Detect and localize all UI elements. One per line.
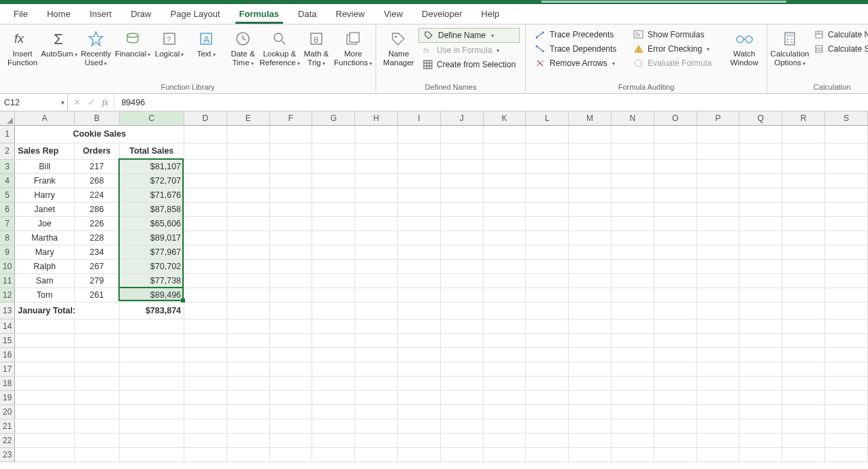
cell-A10[interactable]: Ralph [15, 259, 75, 273]
cell-L14[interactable] [526, 319, 569, 333]
cell-K14[interactable] [483, 319, 526, 333]
menu-tab-view[interactable]: View [374, 5, 412, 23]
cell-F14[interactable] [269, 319, 312, 333]
cell-G17[interactable] [312, 362, 355, 376]
cell-S8[interactable] [824, 230, 867, 245]
cell-M4[interactable] [569, 173, 612, 188]
cell-I3[interactable] [398, 159, 441, 173]
cell-F17[interactable] [269, 362, 312, 376]
cell-D15[interactable] [184, 333, 227, 347]
cell-M13[interactable] [569, 302, 612, 319]
cell-M21[interactable] [569, 419, 612, 433]
cell-P18[interactable] [697, 376, 739, 390]
cell-I18[interactable] [398, 376, 441, 390]
cell-A13[interactable]: January Total: [15, 302, 119, 319]
cell-D8[interactable] [184, 230, 227, 245]
cell-S4[interactable] [824, 173, 867, 188]
cell-J23[interactable] [440, 447, 483, 462]
cell-P19[interactable] [697, 390, 739, 404]
menu-tab-insert[interactable]: Insert [80, 5, 122, 23]
cell-D11[interactable] [184, 273, 227, 288]
calculate-now-button[interactable]: Calculate Now [809, 28, 868, 41]
cell-P10[interactable] [697, 259, 739, 273]
cell-R4[interactable] [782, 173, 825, 188]
cell-S17[interactable] [824, 362, 867, 376]
cell-R2[interactable] [782, 143, 825, 159]
cell-R14[interactable] [782, 319, 825, 333]
cell-D17[interactable] [184, 362, 227, 376]
cell-R1[interactable] [782, 125, 825, 143]
cell-S9[interactable] [824, 245, 867, 259]
cell-K18[interactable] [483, 376, 526, 390]
cell-A1[interactable]: Cookie Sales [15, 125, 184, 143]
cell-E20[interactable] [227, 404, 269, 419]
cell-E2[interactable] [227, 143, 269, 159]
col-header-R[interactable]: R [782, 111, 825, 125]
cell-B6[interactable]: 286 [74, 202, 119, 216]
cell-I9[interactable] [398, 245, 441, 259]
cell-K4[interactable] [483, 173, 526, 188]
col-header-P[interactable]: P [697, 111, 739, 125]
cell-F16[interactable] [269, 347, 312, 362]
cell-S18[interactable] [824, 376, 867, 390]
use-in-formula-button[interactable]: fx Use in Formula ▾ [418, 44, 520, 57]
cell-A11[interactable]: Sam [15, 273, 75, 288]
cell-G6[interactable] [312, 202, 355, 216]
cell-A9[interactable]: Mary [15, 245, 75, 259]
cell-B15[interactable] [74, 333, 119, 347]
cell-M16[interactable] [569, 347, 612, 362]
cell-N17[interactable] [611, 362, 654, 376]
cell-E4[interactable] [227, 173, 269, 188]
cell-A20[interactable] [15, 404, 75, 419]
cell-H4[interactable] [355, 173, 398, 188]
col-header-A[interactable]: A [15, 111, 75, 125]
col-header-O[interactable]: O [654, 111, 697, 125]
cell-R9[interactable] [782, 245, 825, 259]
row-header-3[interactable]: 3 [0, 159, 15, 173]
cell-E10[interactable] [227, 259, 269, 273]
cell-F20[interactable] [269, 404, 312, 419]
cell-L11[interactable] [526, 273, 569, 288]
col-header-H[interactable]: H [355, 111, 398, 125]
col-header-I[interactable]: I [398, 111, 441, 125]
cell-O8[interactable] [654, 230, 697, 245]
cell-R20[interactable] [782, 404, 825, 419]
cell-P4[interactable] [697, 173, 739, 188]
menu-tab-file[interactable]: File [4, 5, 37, 23]
cell-G20[interactable] [312, 404, 355, 419]
cell-S12[interactable] [824, 288, 867, 302]
cell-Q23[interactable] [739, 447, 782, 462]
cell-S13[interactable] [824, 302, 867, 319]
cell-M11[interactable] [569, 273, 612, 288]
cell-A22[interactable] [15, 433, 75, 447]
cell-I7[interactable] [398, 216, 441, 230]
cell-M6[interactable] [569, 202, 612, 216]
chevron-down-icon[interactable]: ▾ [61, 99, 65, 106]
cell-I15[interactable] [398, 333, 441, 347]
cell-Q13[interactable] [739, 302, 782, 319]
cell-C5[interactable]: $71,676 [119, 188, 184, 202]
cell-R17[interactable] [782, 362, 825, 376]
cell-O12[interactable] [654, 288, 697, 302]
cell-H17[interactable] [355, 362, 398, 376]
cell-G14[interactable] [312, 319, 355, 333]
cell-F6[interactable] [269, 202, 312, 216]
cell-P11[interactable] [697, 273, 739, 288]
cell-B12[interactable]: 261 [74, 288, 119, 302]
cell-J14[interactable] [440, 319, 483, 333]
menu-tab-formulas[interactable]: Formulas [230, 5, 289, 23]
row-header-16[interactable]: 16 [0, 347, 15, 362]
cell-S16[interactable] [824, 347, 867, 362]
cell-R19[interactable] [782, 390, 825, 404]
cell-Q1[interactable] [739, 125, 782, 143]
row-header-10[interactable]: 10 [0, 259, 15, 273]
cell-P9[interactable] [697, 245, 739, 259]
cell-F13[interactable] [269, 302, 312, 319]
cell-N14[interactable] [611, 319, 654, 333]
col-header-G[interactable]: G [312, 111, 355, 125]
cell-P6[interactable] [697, 202, 739, 216]
cell-Q15[interactable] [739, 333, 782, 347]
col-header-C[interactable]: C [119, 111, 184, 125]
cell-R18[interactable] [782, 376, 825, 390]
cell-F9[interactable] [269, 245, 312, 259]
